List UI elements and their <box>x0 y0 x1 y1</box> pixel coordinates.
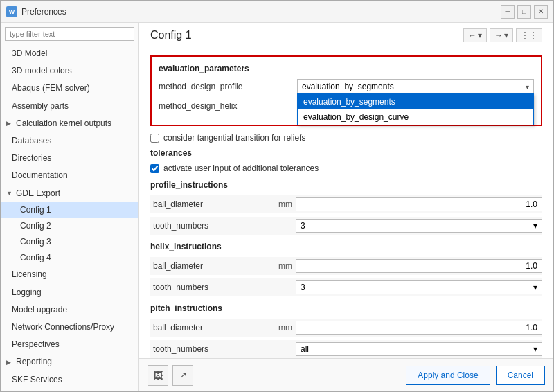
method-design-helix-label: method_design_helix <box>159 101 297 111</box>
sidebar-item-licensing[interactable]: Licensing <box>1 266 138 283</box>
cancel-button[interactable]: Cancel <box>496 366 545 385</box>
sidebar-child-label: Config 4 <box>20 253 51 262</box>
more-button[interactable]: ⋮⋮ <box>516 28 542 42</box>
profile-ball-diameter-input[interactable] <box>296 197 542 211</box>
select-value: 3 <box>301 283 305 292</box>
sidebar-item-logging[interactable]: Logging <box>1 284 138 301</box>
export-icon: ↗ <box>179 370 187 380</box>
sidebar-child-label: Config 3 <box>20 237 51 247</box>
sidebar-item-documentation[interactable]: Documentation <box>1 167 138 184</box>
export-button[interactable]: ↗ <box>172 365 193 386</box>
dropdown-option-segments[interactable]: evaluation_by_segments <box>298 94 533 109</box>
sidebar-item-3d-model[interactable]: 3D Model <box>1 45 138 62</box>
helix-instructions-section: helix_instructions ball_diameter mm toot… <box>150 242 542 296</box>
sidebar-item-databases[interactable]: Databases <box>1 132 138 150</box>
close-button[interactable]: ✕ <box>534 5 548 19</box>
evaluation-params-section: evaluation_parameters method_design_prof… <box>150 55 542 126</box>
consider-row: consider tangential transition for relie… <box>150 133 542 143</box>
helix-ball-diameter-input[interactable] <box>296 259 542 273</box>
sidebar-item-gde-export[interactable]: ▼ GDE Export <box>1 185 138 202</box>
sidebar-item-undo-redo[interactable]: Undo/redo <box>1 389 138 391</box>
back-button[interactable]: ← ▾ <box>463 28 487 42</box>
method-design-profile-select[interactable]: evaluation_by_segments ▾ evaluation_by_s… <box>297 79 534 94</box>
helix-instructions-title: helix_instructions <box>150 242 542 251</box>
tolerances-checkbox[interactable] <box>150 164 159 173</box>
sidebar-item-perspectives[interactable]: Perspectives <box>1 336 138 353</box>
sidebar-item-reporting[interactable]: ▶ Reporting <box>1 353 138 371</box>
helix-ball-diameter-unit: mm <box>275 261 296 271</box>
sidebar-item-label: Abaqus (FEM solver) <box>12 82 90 95</box>
sidebar-item-assembly-parts[interactable]: Assembly parts <box>1 98 138 115</box>
filter-input[interactable] <box>5 27 134 41</box>
content-area: 3D Model 3D model colors Abaqus (FEM sol… <box>1 23 553 391</box>
dropdown-option-design-curve[interactable]: evaluation_by_design_curve <box>298 109 533 125</box>
import-button[interactable]: 🖼 <box>148 365 168 386</box>
import-icon: 🖼 <box>153 370 163 381</box>
apply-close-button[interactable]: Apply and Close <box>406 366 490 385</box>
consider-checkbox[interactable] <box>150 134 159 143</box>
back-icon: ← <box>468 30 476 40</box>
sidebar-child-label: Config 1 <box>20 205 51 215</box>
select-value: 3 <box>301 221 305 231</box>
profile-ball-diameter-unit: mm <box>275 199 296 209</box>
profile-instructions-title: profile_instructions <box>150 180 542 190</box>
tolerances-title: tolerances <box>150 148 542 158</box>
panel-toolbar: ← ▾ → ▾ ⋮⋮ <box>463 28 542 42</box>
app-icon: W <box>6 6 17 17</box>
pitch-ball-diameter-input[interactable] <box>296 321 542 335</box>
sidebar-item-label: 3D Model <box>12 47 47 60</box>
consider-label: consider tangential transition for relie… <box>163 133 305 143</box>
sidebar-item-skf-services[interactable]: SKF Services <box>1 371 138 389</box>
minimize-button[interactable]: ─ <box>501 5 515 19</box>
back-dropdown-icon: ▾ <box>478 30 482 40</box>
bottom-left: 🖼 ↗ <box>148 365 193 386</box>
sidebar-item-label: Undo/redo <box>12 391 51 391</box>
helix-tooth-numbers-select[interactable]: 3 ▾ <box>296 280 542 294</box>
maximize-button[interactable]: □ <box>517 5 531 19</box>
pitch-ball-diameter-row: ball_diameter mm <box>150 319 542 337</box>
sidebar-item-label: Databases <box>12 134 51 148</box>
pitch-tooth-numbers-label: tooth_numbers <box>150 344 275 354</box>
select-value: evaluation_by_segments <box>302 82 394 91</box>
sidebar-item-directories[interactable]: Directories <box>1 150 138 167</box>
sidebar-child-config1[interactable]: Config 1 <box>1 202 138 218</box>
sidebar-item-abaqus[interactable]: Abaqus (FEM solver) <box>1 80 138 97</box>
pitch-instructions-section: pitch_instructions ball_diameter mm toot… <box>150 303 542 358</box>
window-title: Preferences <box>21 7 66 17</box>
sidebar-item-label: Logging <box>12 286 42 299</box>
title-bar-controls: ─ □ ✕ <box>501 5 548 19</box>
sidebar-item-label: Model upgrade <box>12 303 67 317</box>
chevron-down-icon: ▾ <box>533 344 537 354</box>
sidebar-item-calc-kernel[interactable]: ▶ Calculation kernel outputs <box>1 115 138 132</box>
sidebar-item-label: Network Connections/Proxy <box>12 321 114 334</box>
profile-tooth-numbers-select[interactable]: 3 ▾ <box>296 219 542 233</box>
sidebar-item-label: GDE Export <box>16 187 60 200</box>
sidebar-child-config2[interactable]: Config 2 <box>1 218 138 234</box>
chevron-down-icon: ▾ <box>526 83 529 91</box>
forward-button[interactable]: → ▾ <box>490 28 513 42</box>
preferences-window: W Preferences ─ □ ✕ 3D Model 3D model co… <box>0 0 554 392</box>
select-value: all <box>301 344 309 354</box>
dropdown-popup: evaluation_by_segments evaluation_by_des… <box>297 93 534 125</box>
expand-icon: ▶ <box>6 118 13 128</box>
sidebar-item-label: Documentation <box>12 169 68 182</box>
helix-tooth-numbers-row: tooth_numbers 3 ▾ <box>150 278 542 296</box>
sidebar-item-model-upgrade[interactable]: Model upgrade <box>1 301 138 319</box>
sidebar-item-label: Calculation kernel outputs <box>16 117 111 130</box>
pitch-ball-diameter-unit: mm <box>275 323 296 332</box>
pitch-tooth-numbers-select[interactable]: all ▾ <box>296 342 542 356</box>
profile-tooth-numbers-label: tooth_numbers <box>150 221 275 231</box>
sidebar-child-config3[interactable]: Config 3 <box>1 234 138 250</box>
sidebar-item-network-proxy[interactable]: Network Connections/Proxy <box>1 319 138 336</box>
sidebar-item-label: Reporting <box>16 355 52 368</box>
sidebar-item-3d-model-colors[interactable]: 3D model colors <box>1 62 138 80</box>
forward-dropdown-icon: ▾ <box>504 30 508 40</box>
title-bar-left: W Preferences <box>6 6 66 17</box>
helix-ball-diameter-label: ball_diameter <box>150 261 275 271</box>
eval-params-title: evaluation_parameters <box>159 64 534 73</box>
sidebar-item-label: Perspectives <box>12 338 60 351</box>
main-panel: Config 1 ← ▾ → ▾ ⋮⋮ <box>139 23 553 391</box>
sidebar-child-config4[interactable]: Config 4 <box>1 250 138 266</box>
pitch-ball-diameter-label: ball_diameter <box>150 323 275 332</box>
expand-icon: ▶ <box>6 357 13 367</box>
